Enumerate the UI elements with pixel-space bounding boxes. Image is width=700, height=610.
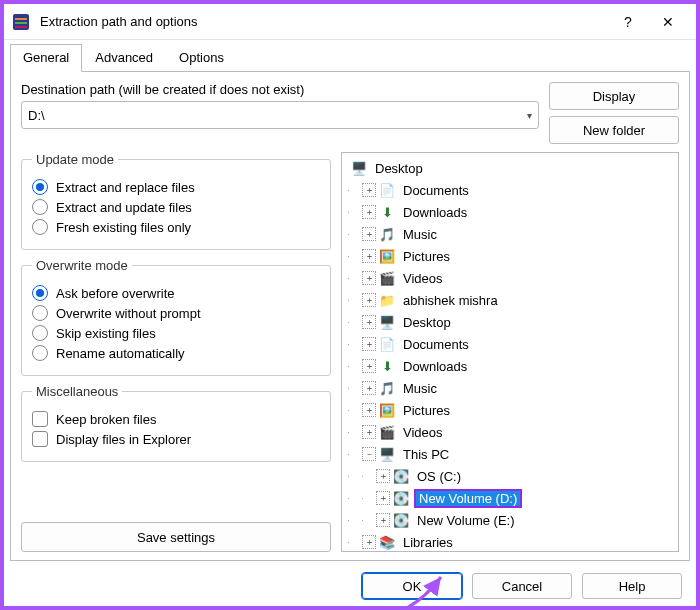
folder-tree[interactable]: 🖥️Desktop ＋📄Documents ＋⬇Downloads ＋🎵Musi… <box>341 152 679 552</box>
ok-button[interactable]: OK <box>362 573 462 599</box>
tree-node-music[interactable]: ＋🎵Music <box>348 223 678 245</box>
radio-fresh-only[interactable]: Fresh existing files only <box>32 219 320 235</box>
window-title: Extraction path and options <box>40 14 608 29</box>
dialog-button-row: OK Cancel Help <box>4 567 696 609</box>
drive-icon: 💽 <box>392 490 410 506</box>
expand-icon[interactable]: ＋ <box>376 513 390 527</box>
chevron-down-icon: ▾ <box>527 110 532 121</box>
misc-group: Miscellaneous Keep broken files Display … <box>21 384 331 462</box>
expand-icon[interactable]: ＋ <box>376 469 390 483</box>
tab-panel-general: Destination path (will be created if doe… <box>10 71 690 561</box>
radio-rename-auto[interactable]: Rename automatically <box>32 345 320 361</box>
checkbox-icon <box>32 431 48 447</box>
help-button-bottom[interactable]: Help <box>582 573 682 599</box>
update-mode-group: Update mode Extract and replace files Ex… <box>21 152 331 250</box>
libraries-icon: 📚 <box>378 534 396 550</box>
download-icon: ⬇ <box>378 204 396 220</box>
expand-icon[interactable]: ＋ <box>362 535 376 549</box>
tree-node-new-volume-e[interactable]: ＋💽New Volume (E:) <box>348 509 678 531</box>
drive-icon: 💽 <box>392 468 410 484</box>
checkbox-icon <box>32 411 48 427</box>
check-keep-broken[interactable]: Keep broken files <box>32 411 320 427</box>
radio-dot-icon <box>32 305 48 321</box>
desktop-icon: 🖥️ <box>378 314 396 330</box>
close-button[interactable]: ✕ <box>648 7 688 37</box>
tree-node-this-pc[interactable]: －🖥️This PC <box>348 443 678 465</box>
tree-node-user[interactable]: ＋📁abhishek mishra <box>348 289 678 311</box>
tree-node-documents-2[interactable]: ＋📄Documents <box>348 333 678 355</box>
expand-icon[interactable]: ＋ <box>362 205 376 219</box>
tree-node-os-c[interactable]: ＋💽OS (C:) <box>348 465 678 487</box>
radio-dot-icon <box>32 219 48 235</box>
expand-icon[interactable]: ＋ <box>362 227 376 241</box>
desktop-icon: 🖥️ <box>350 160 368 176</box>
expand-icon[interactable]: ＋ <box>362 359 376 373</box>
expand-icon[interactable]: ＋ <box>362 249 376 263</box>
radio-dot-icon <box>32 285 48 301</box>
drive-icon: 💽 <box>392 512 410 528</box>
tab-advanced[interactable]: Advanced <box>82 44 166 72</box>
document-icon: 📄 <box>378 182 396 198</box>
tab-general[interactable]: General <box>10 44 82 72</box>
tree-node-music-2[interactable]: ＋🎵Music <box>348 377 678 399</box>
expand-icon[interactable]: ＋ <box>362 271 376 285</box>
cancel-button[interactable]: Cancel <box>472 573 572 599</box>
radio-extract-replace[interactable]: Extract and replace files <box>32 179 320 195</box>
picture-icon: 🖼️ <box>378 248 396 264</box>
tab-strip: General Advanced Options <box>4 40 696 72</box>
expand-icon[interactable]: ＋ <box>362 337 376 351</box>
radio-dot-icon <box>32 325 48 341</box>
tree-node-videos-2[interactable]: ＋🎬Videos <box>348 421 678 443</box>
collapse-icon[interactable]: － <box>362 447 376 461</box>
tree-node-pictures[interactable]: ＋🖼️Pictures <box>348 245 678 267</box>
expand-icon[interactable]: ＋ <box>362 381 376 395</box>
tree-node-pictures-2[interactable]: ＋🖼️Pictures <box>348 399 678 421</box>
expand-icon[interactable]: ＋ <box>362 425 376 439</box>
radio-dot-icon <box>32 179 48 195</box>
overwrite-mode-group: Overwrite mode Ask before overwrite Over… <box>21 258 331 376</box>
tab-options[interactable]: Options <box>166 44 237 72</box>
tree-node-desktop-2[interactable]: ＋🖥️Desktop <box>348 311 678 333</box>
tree-node-downloads-2[interactable]: ＋⬇Downloads <box>348 355 678 377</box>
save-settings-button[interactable]: Save settings <box>21 522 331 552</box>
video-icon: 🎬 <box>378 424 396 440</box>
download-icon: ⬇ <box>378 358 396 374</box>
expand-icon[interactable]: ＋ <box>362 403 376 417</box>
music-icon: 🎵 <box>378 226 396 242</box>
expand-icon[interactable]: ＋ <box>362 315 376 329</box>
expand-icon[interactable]: ＋ <box>376 491 390 505</box>
check-display-explorer[interactable]: Display files in Explorer <box>32 431 320 447</box>
tree-node-new-volume-d[interactable]: ＋💽New Volume (D:) <box>348 487 678 509</box>
music-icon: 🎵 <box>378 380 396 396</box>
tree-node-libraries[interactable]: ＋📚Libraries <box>348 531 678 552</box>
radio-skip-existing[interactable]: Skip existing files <box>32 325 320 341</box>
tree-node-downloads[interactable]: ＋⬇Downloads <box>348 201 678 223</box>
tree-node-desktop[interactable]: 🖥️Desktop <box>348 157 678 179</box>
destination-path-combo[interactable]: D:\ ▾ <box>21 101 539 129</box>
destination-path-value: D:\ <box>28 108 45 123</box>
pc-icon: 🖥️ <box>378 446 396 462</box>
radio-ask-before[interactable]: Ask before overwrite <box>32 285 320 301</box>
destination-label: Destination path (will be created if doe… <box>21 82 539 97</box>
document-icon: 📄 <box>378 336 396 352</box>
display-button[interactable]: Display <box>549 82 679 110</box>
picture-icon: 🖼️ <box>378 402 396 418</box>
tree-node-documents[interactable]: ＋📄Documents <box>348 179 678 201</box>
help-button[interactable]: ? <box>608 7 648 37</box>
radio-without-prompt[interactable]: Overwrite without prompt <box>32 305 320 321</box>
radio-dot-icon <box>32 345 48 361</box>
expand-icon[interactable]: ＋ <box>362 293 376 307</box>
video-icon: 🎬 <box>378 270 396 286</box>
svg-rect-3 <box>15 26 27 28</box>
expand-icon[interactable]: ＋ <box>362 183 376 197</box>
tree-node-videos[interactable]: ＋🎬Videos <box>348 267 678 289</box>
radio-dot-icon <box>32 199 48 215</box>
radio-extract-update[interactable]: Extract and update files <box>32 199 320 215</box>
new-folder-button[interactable]: New folder <box>549 116 679 144</box>
svg-rect-1 <box>15 18 27 20</box>
overwrite-mode-legend: Overwrite mode <box>32 258 132 273</box>
misc-legend: Miscellaneous <box>32 384 122 399</box>
folder-icon: 📁 <box>378 292 396 308</box>
svg-rect-2 <box>15 22 27 24</box>
title-bar: Extraction path and options ? ✕ <box>4 4 696 40</box>
